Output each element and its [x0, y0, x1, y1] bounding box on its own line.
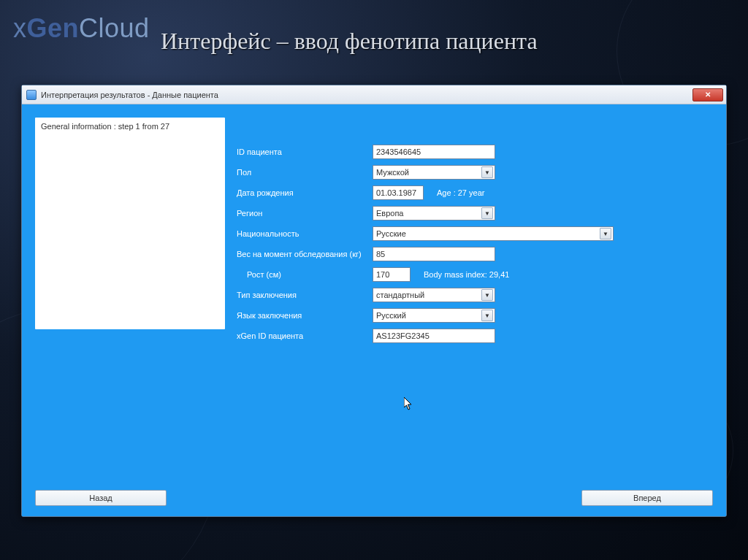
slide-title: Интерфейс – ввод фенотипа пациента	[161, 28, 733, 55]
age-text: Age : 27 year	[437, 188, 484, 197]
chevron-down-icon: ▼	[481, 310, 493, 321]
patient-form: ID пациента Пол Мужской ▼ Дата рождения …	[237, 118, 713, 487]
logo-x: x	[13, 13, 27, 43]
conclusion-type-select[interactable]: стандартный ▼	[373, 288, 495, 302]
label-region: Регион	[237, 209, 373, 218]
region-value: Европа	[376, 209, 404, 218]
forward-label: Вперед	[633, 494, 661, 502]
label-conclusion-type: Тип заключения	[237, 291, 373, 299]
patient-id-input[interactable]	[373, 145, 495, 159]
dob-input[interactable]	[373, 185, 424, 200]
conclusion-lang-select[interactable]: Русский ▼	[373, 308, 495, 323]
region-select[interactable]: Европа ▼	[373, 206, 495, 220]
conclusion-type-value: стандартный	[376, 291, 424, 299]
close-button[interactable]: ✕	[692, 88, 723, 101]
nav-footer: Назад Вперед	[35, 487, 713, 507]
close-icon: ✕	[705, 91, 711, 99]
weight-input[interactable]	[373, 247, 495, 261]
conclusion-lang-value: Русский	[376, 311, 406, 320]
xgen-id-input[interactable]	[373, 329, 495, 343]
label-weight: Вес на момент обследования (кг)	[237, 250, 373, 258]
window-title: Интерпретация результатов - Данные пацие…	[41, 91, 690, 99]
height-input[interactable]	[373, 267, 411, 282]
chevron-down-icon: ▼	[600, 228, 611, 239]
bmi-text: Body mass index: 29,41	[424, 270, 509, 279]
logo-cloud: Cloud	[79, 13, 150, 43]
label-nationality: Национальность	[237, 229, 373, 238]
nationality-select[interactable]: Русские ▼	[373, 226, 614, 241]
label-dob: Дата рождения	[237, 188, 373, 197]
label-patient-id: ID пациента	[237, 147, 373, 156]
cursor-icon	[404, 397, 413, 411]
logo-gen: Gen	[27, 13, 80, 43]
label-height: Рост (см)	[237, 270, 373, 279]
app-logo: xGenCloud	[13, 13, 150, 44]
step-text: General information : step 1 from 27	[41, 122, 219, 131]
sex-value: Мужской	[376, 168, 409, 177]
step-panel: General information : step 1 from 27	[35, 118, 225, 329]
chevron-down-icon: ▼	[481, 289, 493, 301]
chevron-down-icon: ▼	[481, 207, 493, 219]
sex-select[interactable]: Мужской ▼	[373, 165, 495, 180]
back-button[interactable]: Назад	[35, 490, 167, 506]
back-label: Назад	[89, 494, 112, 502]
chevron-down-icon: ▼	[481, 166, 493, 178]
label-xgen-id: xGen ID пациента	[237, 331, 373, 340]
app-window: Интерпретация результатов - Данные пацие…	[21, 85, 727, 517]
window-titlebar[interactable]: Интерпретация результатов - Данные пацие…	[22, 85, 726, 104]
window-client: General information : step 1 from 27 ID …	[22, 104, 726, 516]
label-conclusion-lang: Язык заключения	[237, 311, 373, 320]
label-sex: Пол	[237, 168, 373, 177]
nationality-value: Русские	[376, 229, 406, 238]
app-icon	[26, 90, 37, 100]
forward-button[interactable]: Вперед	[581, 490, 713, 506]
